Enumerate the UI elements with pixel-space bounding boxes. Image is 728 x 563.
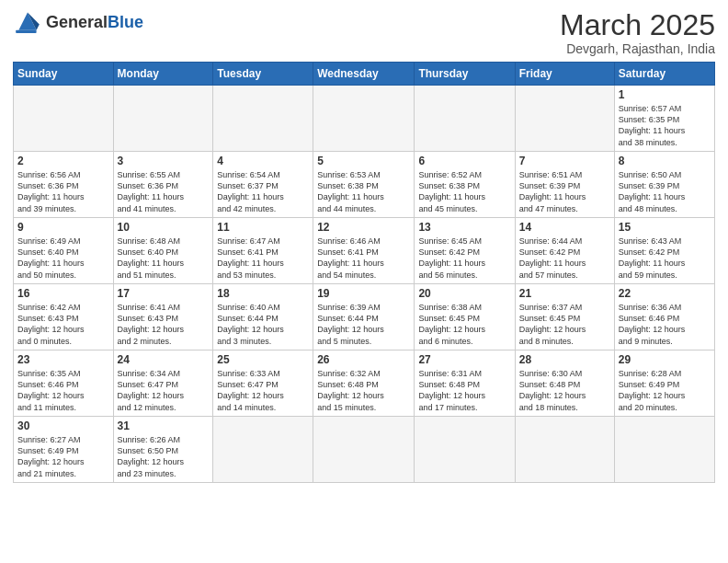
day-number: 18 xyxy=(217,287,309,300)
day-number: 13 xyxy=(418,221,510,234)
day-header-friday: Friday xyxy=(515,63,614,86)
day-header-monday: Monday xyxy=(113,63,213,86)
day-info: Sunrise: 6:26 AMSunset: 6:50 PMDaylight:… xyxy=(118,434,210,479)
day-number: 15 xyxy=(619,221,711,234)
calendar-cell: 19Sunrise: 6:39 AMSunset: 6:44 PMDayligh… xyxy=(313,284,415,350)
day-info: Sunrise: 6:37 AMSunset: 6:45 PMDaylight:… xyxy=(519,302,610,347)
day-info: Sunrise: 6:57 AMSunset: 6:35 PMDaylight:… xyxy=(619,103,711,148)
day-number: 10 xyxy=(118,221,210,234)
day-header-tuesday: Tuesday xyxy=(213,63,313,86)
calendar-cell xyxy=(213,417,313,483)
day-number: 9 xyxy=(17,221,109,234)
calendar-cell: 13Sunrise: 6:45 AMSunset: 6:42 PMDayligh… xyxy=(415,218,515,284)
day-number: 20 xyxy=(418,287,510,300)
day-info: Sunrise: 6:42 AMSunset: 6:43 PMDaylight:… xyxy=(17,302,109,347)
calendar-cell: 7Sunrise: 6:51 AMSunset: 6:39 PMDaylight… xyxy=(515,152,614,218)
calendar-cell: 20Sunrise: 6:38 AMSunset: 6:45 PMDayligh… xyxy=(415,284,515,350)
day-info: Sunrise: 6:48 AMSunset: 6:40 PMDaylight:… xyxy=(118,236,210,281)
calendar-cell xyxy=(313,86,415,152)
calendar-cell: 26Sunrise: 6:32 AMSunset: 6:48 PMDayligh… xyxy=(313,350,415,417)
day-number: 11 xyxy=(217,221,309,234)
day-info: Sunrise: 6:35 AMSunset: 6:46 PMDaylight:… xyxy=(17,368,109,413)
calendar-table: SundayMondayTuesdayWednesdayThursdayFrid… xyxy=(13,62,715,483)
day-info: Sunrise: 6:54 AMSunset: 6:37 PMDaylight:… xyxy=(217,169,309,214)
day-number: 1 xyxy=(619,88,711,101)
calendar-cell xyxy=(614,417,714,483)
day-number: 19 xyxy=(317,287,410,300)
main-title: March 2025 xyxy=(560,9,715,41)
calendar-cell: 22Sunrise: 6:36 AMSunset: 6:46 PMDayligh… xyxy=(614,284,714,350)
day-number: 8 xyxy=(619,155,711,167)
day-number: 12 xyxy=(317,221,410,234)
header: GeneralBlue March 2025 Devgarh, Rajastha… xyxy=(13,9,715,56)
calendar-cell xyxy=(515,417,614,483)
day-number: 16 xyxy=(17,287,109,300)
calendar-cell: 1Sunrise: 6:57 AMSunset: 6:35 PMDaylight… xyxy=(614,86,714,152)
calendar-cell: 2Sunrise: 6:56 AMSunset: 6:36 PMDaylight… xyxy=(14,152,114,218)
calendar-cell: 16Sunrise: 6:42 AMSunset: 6:43 PMDayligh… xyxy=(14,284,114,350)
calendar-cell xyxy=(213,86,313,152)
day-number: 21 xyxy=(519,287,610,300)
day-info: Sunrise: 6:40 AMSunset: 6:44 PMDaylight:… xyxy=(217,302,309,347)
calendar-cell: 3Sunrise: 6:55 AMSunset: 6:36 PMDaylight… xyxy=(113,152,213,218)
day-info: Sunrise: 6:34 AMSunset: 6:47 PMDaylight:… xyxy=(118,368,210,413)
day-header-wednesday: Wednesday xyxy=(313,63,415,86)
day-number: 3 xyxy=(118,155,210,167)
calendar-header-row: SundayMondayTuesdayWednesdayThursdayFrid… xyxy=(14,63,715,86)
day-number: 29 xyxy=(619,353,711,366)
calendar-cell: 18Sunrise: 6:40 AMSunset: 6:44 PMDayligh… xyxy=(213,284,313,350)
logo-icon xyxy=(13,9,42,35)
calendar-cell: 8Sunrise: 6:50 AMSunset: 6:39 PMDaylight… xyxy=(614,152,714,218)
day-info: Sunrise: 6:31 AMSunset: 6:48 PMDaylight:… xyxy=(418,368,510,413)
calendar-week-4: 16Sunrise: 6:42 AMSunset: 6:43 PMDayligh… xyxy=(14,284,715,350)
day-info: Sunrise: 6:52 AMSunset: 6:38 PMDaylight:… xyxy=(418,169,510,214)
calendar-cell: 21Sunrise: 6:37 AMSunset: 6:45 PMDayligh… xyxy=(515,284,614,350)
day-info: Sunrise: 6:49 AMSunset: 6:40 PMDaylight:… xyxy=(17,236,109,281)
calendar-week-6: 30Sunrise: 6:27 AMSunset: 6:49 PMDayligh… xyxy=(14,417,715,483)
calendar-cell xyxy=(313,417,415,483)
day-header-sunday: Sunday xyxy=(14,63,114,86)
day-number: 6 xyxy=(418,155,510,167)
calendar-cell xyxy=(415,417,515,483)
calendar-cell: 10Sunrise: 6:48 AMSunset: 6:40 PMDayligh… xyxy=(113,218,213,284)
day-number: 26 xyxy=(317,353,410,366)
day-info: Sunrise: 6:44 AMSunset: 6:42 PMDaylight:… xyxy=(519,236,610,281)
day-number: 25 xyxy=(217,353,309,366)
calendar-cell: 17Sunrise: 6:41 AMSunset: 6:43 PMDayligh… xyxy=(113,284,213,350)
calendar-cell: 9Sunrise: 6:49 AMSunset: 6:40 PMDaylight… xyxy=(14,218,114,284)
day-number: 14 xyxy=(519,221,610,234)
calendar-cell: 24Sunrise: 6:34 AMSunset: 6:47 PMDayligh… xyxy=(113,350,213,417)
day-info: Sunrise: 6:36 AMSunset: 6:46 PMDaylight:… xyxy=(619,302,711,347)
day-info: Sunrise: 6:30 AMSunset: 6:48 PMDaylight:… xyxy=(519,368,610,413)
day-info: Sunrise: 6:41 AMSunset: 6:43 PMDaylight:… xyxy=(118,302,210,347)
calendar-week-1: 1Sunrise: 6:57 AMSunset: 6:35 PMDaylight… xyxy=(14,86,715,152)
calendar-cell: 5Sunrise: 6:53 AMSunset: 6:38 PMDaylight… xyxy=(313,152,415,218)
subtitle: Devgarh, Rajasthan, India xyxy=(560,41,715,56)
calendar-cell: 15Sunrise: 6:43 AMSunset: 6:42 PMDayligh… xyxy=(614,218,714,284)
calendar-cell xyxy=(515,86,614,152)
day-info: Sunrise: 6:56 AMSunset: 6:36 PMDaylight:… xyxy=(17,169,109,214)
calendar-week-5: 23Sunrise: 6:35 AMSunset: 6:46 PMDayligh… xyxy=(14,350,715,417)
day-number: 5 xyxy=(317,155,410,167)
day-info: Sunrise: 6:39 AMSunset: 6:44 PMDaylight:… xyxy=(317,302,410,347)
calendar-cell xyxy=(14,86,114,152)
svg-rect-2 xyxy=(16,30,36,33)
calendar-cell: 14Sunrise: 6:44 AMSunset: 6:42 PMDayligh… xyxy=(515,218,614,284)
day-number: 23 xyxy=(17,353,109,366)
day-number: 2 xyxy=(17,155,109,167)
day-number: 27 xyxy=(418,353,510,366)
calendar-cell: 25Sunrise: 6:33 AMSunset: 6:47 PMDayligh… xyxy=(213,350,313,417)
day-number: 4 xyxy=(217,155,309,167)
day-number: 30 xyxy=(17,419,109,432)
calendar-cell: 29Sunrise: 6:28 AMSunset: 6:49 PMDayligh… xyxy=(614,350,714,417)
calendar-cell: 6Sunrise: 6:52 AMSunset: 6:38 PMDaylight… xyxy=(415,152,515,218)
day-number: 22 xyxy=(619,287,711,300)
calendar-cell: 12Sunrise: 6:46 AMSunset: 6:41 PMDayligh… xyxy=(313,218,415,284)
calendar-cell: 31Sunrise: 6:26 AMSunset: 6:50 PMDayligh… xyxy=(113,417,213,483)
day-number: 24 xyxy=(118,353,210,366)
calendar-cell xyxy=(113,86,213,152)
day-info: Sunrise: 6:38 AMSunset: 6:45 PMDaylight:… xyxy=(418,302,510,347)
day-info: Sunrise: 6:46 AMSunset: 6:41 PMDaylight:… xyxy=(317,236,410,281)
calendar-cell: 30Sunrise: 6:27 AMSunset: 6:49 PMDayligh… xyxy=(14,417,114,483)
day-info: Sunrise: 6:53 AMSunset: 6:38 PMDaylight:… xyxy=(317,169,410,214)
